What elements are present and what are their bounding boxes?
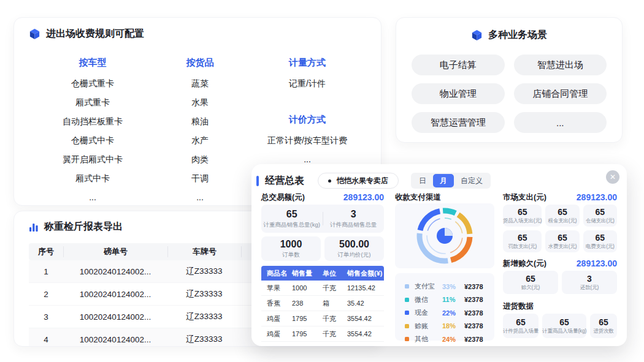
new-credit-value: 289123.00 [577,258,617,268]
fee-item-more: ... [160,188,240,207]
payment-donut-card [395,203,494,268]
payment-donut-chart [414,205,475,266]
fee-item: 水果 [160,93,240,112]
product-table-header: 商品名 销售量 单位 销售金额(¥) [261,266,384,281]
order-count-card: 1000 订单数 [261,236,321,261]
cell-seq: 4 [29,335,63,344]
cell-ticket-no: 10020240124002... [63,335,167,344]
scenarios-title: 多种业务场景 [488,29,547,42]
expense-card: 65 货品入场支出(元) [503,205,542,227]
product-row: 香蕉 238 箱 35.42 [261,296,384,311]
fee-column-vehicle: 按车型 仓栅式重卡 厢式重卡 自动挡栏板重卡 仓栅式中卡 翼开启厢式中卡 厢式中… [37,53,148,207]
fee-item: 仓栅式重卡 [37,74,148,93]
fee-col-pricing-header: 计价方式 [252,110,362,131]
scenario-button-electronic-settlement[interactable]: 电子结算 [412,55,505,75]
credit-cards-grid: 65 赊欠(元) 3 还款(元) [503,271,617,294]
credit-card: 65 赊欠(元) [503,271,558,294]
legend-item-credit: 赊账 18% ¥2378 [405,320,485,333]
fee-column-measure-pricing: 计量方式 记重/计件 计价方式 正常计费/按车型计费 ... [252,53,362,169]
weighing-report-title: 称重检斤报表导出 [44,221,123,233]
expense-card: 65 电费支出(元) [583,230,617,252]
expense-card: 65 水费支出(元) [545,230,579,252]
legend-item-cash: 现金 22% ¥2378 [405,306,485,320]
legend-swatch [405,337,409,341]
total-transaction-label: 总交易额(元) [261,192,305,203]
product-row: 鸡蛋 1795 千克 3554.42 [261,326,384,342]
cell-seq: 3 [29,312,63,322]
purchase-card: 65 计重商品入场量(kg) [542,314,586,338]
scenarios-grid: 电子结算 智慧进出场 物业管理 店铺合同管理 智慧运营管理 ... [412,55,607,133]
fee-rules-title-row: 进出场收费规则可配置 [29,28,144,40]
avg-order-card: 500.00 订单均价(元) [324,236,384,261]
legend-swatch [405,311,409,315]
page: 进出场收费规则可配置 按车型 仓栅式重卡 厢式重卡 自动挡栏板重卡 仓栅式中卡 … [0,0,644,362]
header-plate-no: 车牌号 [167,246,241,257]
scenario-button-smart-operation[interactable]: 智慧运营管理 [412,112,505,133]
fee-item: 正常计费/按车型计费 [252,131,362,150]
purchase-data-label: 进货数据 [503,301,534,312]
fee-item-more: ... [37,188,148,207]
purchase-cards-grid: 65 计件货品入场量 65 计重商品入场量(kg) 65 进货次数 [503,314,617,338]
fee-item: 翼开启厢式中卡 [37,150,148,169]
scenario-button-shop-contract[interactable]: 店铺合同管理 [514,83,607,104]
legend-swatch [405,298,409,302]
product-row: 苹果 1000 千克 12135.42 [261,281,384,296]
fee-col-measure-header: 计量方式 [252,53,362,74]
scenarios-panel: 多种业务场景 电子结算 智慧进出场 物业管理 店铺合同管理 智慧运营管理 ... [396,17,623,143]
cell-ticket-no: 10020240124002... [63,290,167,299]
market-expense-value: 289123.00 [577,192,617,202]
cell-plate-no: 辽Z33333 [167,266,241,277]
new-credit-label: 新增赊欠(元) [503,258,546,269]
piece-sales-stat: 3 计件商品销售总量 [323,209,385,229]
summary-col-expenses: 市场支出(元) 289123.00 65 货品入场支出(元) 65 租金支出(元… [503,164,617,346]
title-accent-bar [256,176,259,186]
scenarios-title-row: 多种业务场景 [396,29,622,42]
expense-cards-grid: 65 货品入场支出(元) 65 租金支出(元) 65 仓储支出(元) 65 罚款… [503,205,617,252]
scenario-button-smart-entry-exit[interactable]: 智慧进出场 [514,55,607,75]
legend-item-wechat: 微信 11% ¥2378 [405,293,485,307]
cell-ticket-no: 10020240124002... [63,312,167,322]
cell-plate-no: 辽Z33333 [167,334,241,345]
cell-plate-no: 辽Z33333 [167,311,241,322]
fee-item: 肉类 [160,150,240,169]
cube-icon [29,28,40,40]
expense-card: 65 仓储支出(元) [583,205,617,227]
fee-item: 干调 [160,169,240,188]
cube-icon [471,29,483,41]
weighing-report-title-row: 称重检斤报表导出 [29,221,123,233]
fee-item: 粮油 [160,112,240,131]
legend-swatch [405,284,409,288]
cell-ticket-no: 10020240124002... [63,267,167,276]
payment-legend: 支付宝 33% ¥2378 微信 11% ¥2378 现金 22% ¥2378 [395,273,494,341]
business-summary-panel: 经营总表 恺恺水果专卖店 日 月 自定义 ✕ 总交易额(元) 289123.00… [251,164,627,346]
scenario-button-more[interactable]: ... [514,112,607,133]
fee-rules-title: 进出场收费规则可配置 [46,28,144,40]
cell-seq: 1 [29,267,63,276]
bar-chart-icon [29,222,39,232]
fee-col-vehicle-header: 按车型 [37,53,148,74]
fee-item: 记重/计件 [252,74,362,93]
expense-card: 65 罚款支出(元) [503,230,542,252]
header-ticket-no: 磅单号 [63,246,167,257]
fee-item: 厢式重卡 [37,93,148,112]
legend-swatch [405,324,409,328]
fee-item: 蔬菜 [160,74,240,93]
product-row: 鸡蛋 1795 千克 3554.42 [261,311,384,326]
repayment-card: 3 还款(元) [562,271,617,294]
weight-sales-stat: 65 计重商品销售总量(kg) [261,209,323,229]
legend-item-other: 其他 24% ¥2378 [405,333,485,346]
product-sales-table: 商品名 销售量 单位 销售金额(¥) 苹果 1000 千克 12135.42 香… [261,266,384,342]
purchase-card: 65 计件货品入场量 [503,314,539,338]
fee-column-goods: 按货品 蔬菜 水果 粮油 水产 肉类 干调 ... [160,53,240,207]
market-expense-label: 市场支出(元) [503,192,546,203]
cell-plate-no: 辽Z33333 [167,288,241,300]
scenario-button-property-management[interactable]: 物业管理 [412,83,505,104]
fee-item: 仓栅式中卡 [37,131,148,150]
fee-item: 自动挡栏板重卡 [37,112,148,131]
summary-col-payment: 收款支付渠道 支付宝 33% ¥2378 微信 11% ¥2378 [395,164,494,346]
total-transaction-value: 289123.00 [343,192,384,202]
fee-col-goods-header: 按货品 [160,53,240,74]
purchase-card: 65 进货次数 [590,314,617,338]
summary-col-transactions: 总交易额(元) 289123.00 65 计重商品销售总量(kg) 3 计件商品… [261,164,384,346]
fee-item: 厢式中卡 [37,169,148,188]
